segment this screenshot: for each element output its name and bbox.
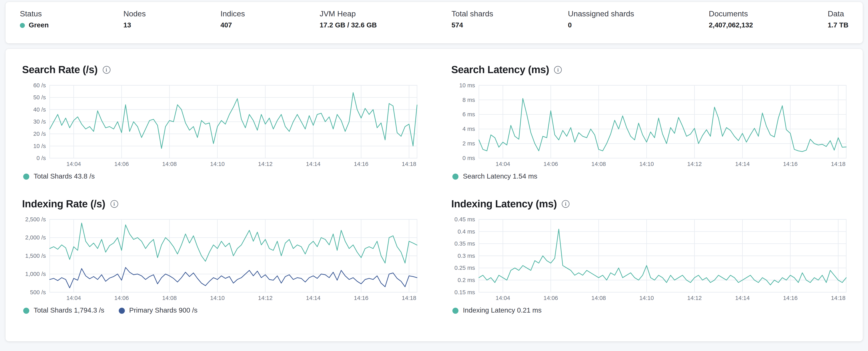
stat-unassigned-shards: Unassigned shards 0 (568, 9, 634, 30)
info-icon[interactable] (554, 66, 562, 74)
x-axis-tick-label: 14:10 (639, 161, 654, 167)
stat-value: 574 (452, 21, 493, 30)
panel-indexing-latency: Indexing Latency (ms) 0.15 ms0.2 ms0.25 … (452, 198, 850, 314)
chart-title-row: Search Rate (/s) (22, 64, 421, 76)
health-status-text: Green (29, 21, 49, 30)
y-axis-tick-label: 0 ms (462, 155, 475, 161)
x-axis-tick-label: 14:04 (66, 295, 81, 301)
y-axis-tick-label: 1,000 /s (25, 271, 46, 277)
x-axis-tick-label: 14:12 (687, 295, 702, 301)
legend-label: Total Shards 1,794.3 /s (34, 307, 104, 314)
x-axis-tick-label: 14:18 (831, 161, 845, 167)
legend-label: Search Latency 1.54 ms (463, 172, 537, 180)
health-dot-icon (20, 23, 25, 28)
info-icon[interactable] (102, 66, 110, 74)
x-axis-tick-label: 14:18 (402, 295, 416, 301)
legend-dot-icon (119, 308, 125, 314)
x-axis-tick-label: 14:06 (114, 295, 129, 301)
x-axis-tick-label: 14:14 (306, 295, 320, 301)
x-axis-tick-label: 14:08 (591, 295, 606, 301)
x-axis-tick-label: 14:16 (783, 161, 798, 167)
y-axis-tick-label: 6 ms (462, 111, 475, 117)
x-axis-tick-label: 14:08 (162, 295, 177, 301)
chart-canvas[interactable]: 0 ms2 ms4 ms6 ms8 ms10 ms14:0414:0614:08… (452, 81, 850, 168)
y-axis-tick-label: 50 /s (33, 94, 46, 101)
y-axis-tick-label: 0.25 ms (454, 265, 475, 271)
stat-label: Total shards (452, 9, 493, 19)
stat-jvm-heap: JVM Heap 17.2 GB / 32.6 GB (319, 9, 377, 30)
search-latency-chart[interactable]: 0 ms2 ms4 ms6 ms8 ms10 ms14:0414:0614:08… (452, 81, 850, 168)
stat-value: 0 (568, 21, 634, 30)
legend-label: Indexing Latency 0.21 ms (463, 307, 541, 314)
chart-canvas[interactable]: 500 /s1,000 /s1,500 /s2,000 /s2,500 /s14… (22, 215, 421, 302)
metrics-card: Search Rate (/s) 0 /s10 /s20 /s30 /s40 /… (5, 49, 863, 341)
y-axis-tick-label: 30 /s (33, 118, 46, 125)
x-axis-tick-label: 14:12 (258, 161, 273, 167)
chart-legend: Total Shards 1,794.3 /sPrimary Shards 90… (22, 307, 421, 314)
chart-title: Indexing Latency (ms) (452, 198, 557, 210)
legend-item: Search Latency 1.54 ms (452, 172, 537, 180)
x-axis-tick-label: 14:14 (306, 161, 320, 167)
stat-status: Status Green (20, 9, 49, 30)
indexing-rate-chart[interactable]: 500 /s1,000 /s1,500 /s2,000 /s2,500 /s14… (22, 215, 421, 302)
chart-canvas[interactable]: 0 /s10 /s20 /s30 /s40 /s50 /s60 /s14:041… (22, 81, 421, 168)
chart-title: Indexing Rate (/s) (22, 198, 105, 210)
chart-legend: Indexing Latency 0.21 ms (452, 307, 850, 314)
y-axis-tick-label: 0.2 ms (458, 277, 475, 283)
series-total-shards (50, 223, 417, 263)
legend-dot-icon (23, 308, 29, 314)
x-axis-tick-label: 14:06 (544, 295, 558, 301)
stat-value: 2,407,062,132 (709, 21, 753, 30)
stat-label: Indices (220, 9, 245, 19)
stat-label: Nodes (123, 9, 146, 19)
x-axis-tick-label: 14:10 (210, 161, 225, 167)
stat-label: Documents (709, 9, 753, 19)
cluster-status-bar: Status Green Nodes 13 Indices 407 JVM He… (5, 2, 863, 43)
x-axis-tick-label: 14:16 (783, 295, 798, 301)
info-icon[interactable] (562, 200, 569, 208)
dashboard-root: Status Green Nodes 13 Indices 407 JVM He… (0, 2, 868, 351)
x-axis-tick-label: 14:10 (210, 295, 225, 301)
stat-label: JVM Heap (319, 9, 377, 19)
series-total-shards (50, 93, 417, 148)
charts-grid: Search Rate (/s) 0 /s10 /s20 /s30 /s40 /… (22, 64, 846, 314)
search-rate-chart[interactable]: 0 /s10 /s20 /s30 /s40 /s50 /s60 /s14:041… (22, 81, 421, 168)
info-icon[interactable] (110, 200, 118, 208)
chart-canvas[interactable]: 0.15 ms0.2 ms0.25 ms0.3 ms0.35 ms0.4 ms0… (452, 215, 850, 302)
y-axis-tick-label: 60 /s (33, 82, 46, 89)
x-axis-tick-label: 14:08 (591, 161, 606, 167)
legend-dot-icon (452, 308, 459, 314)
chart-title: Search Latency (ms) (452, 64, 549, 76)
x-axis-tick-label: 14:06 (114, 161, 129, 167)
y-axis-tick-label: 10 ms (459, 82, 475, 89)
stat-label: Data (828, 9, 848, 19)
stat-nodes: Nodes 13 (123, 9, 146, 30)
indexing-latency-chart[interactable]: 0.15 ms0.2 ms0.25 ms0.3 ms0.35 ms0.4 ms0… (452, 215, 850, 302)
panel-search-rate: Search Rate (/s) 0 /s10 /s20 /s30 /s40 /… (22, 64, 421, 180)
legend-label: Primary Shards 900 /s (129, 307, 197, 314)
x-axis-tick-label: 14:10 (639, 295, 654, 301)
x-axis-tick-label: 14:16 (354, 161, 369, 167)
x-axis-tick-label: 14:04 (66, 161, 81, 167)
chart-title-row: Search Latency (ms) (452, 64, 850, 76)
stat-label: Unassigned shards (568, 9, 634, 19)
y-axis-tick-label: 0.45 ms (454, 216, 475, 222)
chart-title-row: Indexing Rate (/s) (22, 198, 421, 210)
x-axis-tick-label: 14:08 (162, 161, 177, 167)
legend-item: Total Shards 1,794.3 /s (23, 307, 104, 314)
series-primary-shards (50, 268, 417, 288)
y-axis-tick-label: 8 ms (462, 97, 475, 103)
stat-value: 13 (123, 21, 146, 30)
chart-legend: Search Latency 1.54 ms (452, 172, 850, 180)
series-indexing-latency (479, 229, 846, 285)
y-axis-tick-label: 0.4 ms (458, 228, 475, 235)
legend-dot-icon (23, 173, 29, 179)
x-axis-tick-label: 14:06 (544, 161, 558, 167)
stat-value: 17.2 GB / 32.6 GB (319, 21, 377, 30)
y-axis-tick-label: 0.15 ms (454, 289, 475, 295)
chart-legend: Total Shards 43.8 /s (22, 172, 421, 180)
x-axis-tick-label: 14:04 (496, 295, 510, 301)
stat-label: Status (20, 9, 49, 19)
y-axis-tick-label: 500 /s (30, 289, 46, 295)
y-axis-tick-label: 40 /s (33, 106, 46, 113)
